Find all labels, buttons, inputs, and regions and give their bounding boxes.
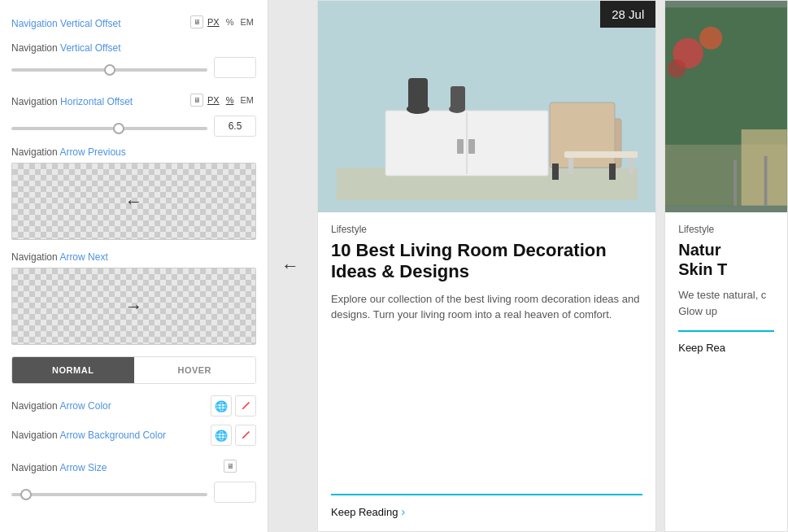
- right-panel: ← 28 Jul: [268, 0, 788, 532]
- slash-icon: ⟋: [239, 399, 252, 413]
- arrow-bg-color-slash-btn[interactable]: ⟋: [235, 425, 256, 446]
- arrow-color-row: Navigation Arrow Color 🌐 ⟋: [11, 395, 256, 416]
- card-1-image: 28 Jul: [318, 1, 655, 212]
- horizontal-offset-value-input[interactable]: [214, 116, 256, 137]
- svg-rect-6: [408, 78, 428, 111]
- svg-rect-3: [457, 139, 464, 154]
- unit-percent[interactable]: %: [224, 16, 237, 28]
- horizontal-offset-units[interactable]: 🖥 PX % EM: [190, 94, 256, 107]
- furniture-svg: [337, 13, 638, 200]
- vertical-offset-units[interactable]: 🖥 PX % EM: [190, 15, 256, 28]
- arrow-previous-label: Navigation Arrow Previous: [11, 146, 256, 158]
- card-2-category: Lifestyle: [678, 224, 774, 235]
- monitor-icon[interactable]: 🖥: [190, 15, 203, 28]
- vertical-offset-slider[interactable]: [11, 68, 207, 72]
- card-2-title: Natur Skin T: [678, 240, 774, 279]
- h-unit-em[interactable]: EM: [238, 94, 257, 106]
- arrow-size-slider-row: [11, 482, 256, 503]
- arrow-size-slider[interactable]: [11, 493, 207, 496]
- normal-hover-tabs[interactable]: NORMAL HOVER: [11, 356, 256, 384]
- card-1-image-bg: 28 Jul: [318, 1, 655, 212]
- globe-icon-2: 🌐: [215, 430, 228, 442]
- arrow-color-label: Navigation Arrow Color: [11, 400, 111, 412]
- svg-rect-22: [734, 160, 737, 206]
- arrow-bg-color-controls[interactable]: 🌐 ⟋: [211, 425, 256, 446]
- arrow-bg-color-globe-btn[interactable]: 🌐: [211, 425, 232, 446]
- tab-hover[interactable]: HOVER: [134, 357, 256, 383]
- vertical-offset-label: Navigation Vertical Offset: [11, 18, 121, 29]
- arrow-size-label: Navigation Arrow Size: [11, 462, 107, 473]
- arrow-bg-color-label: Navigation Arrow Background Color: [11, 430, 166, 441]
- svg-rect-11: [552, 164, 559, 180]
- outdoor-svg: [665, 1, 787, 212]
- monitor-icon-2[interactable]: 🖥: [190, 94, 203, 107]
- card-1: 28 Jul: [317, 0, 656, 532]
- horizontal-offset-label: Navigation Horizontal Offset: [11, 96, 133, 107]
- globe-icon: 🌐: [215, 400, 228, 412]
- unit-em[interactable]: EM: [238, 16, 257, 28]
- vertical-offset-full-label: Navigation Vertical Offset: [11, 42, 256, 54]
- vertical-offset-slider-row: [11, 57, 256, 78]
- h-unit-px[interactable]: PX: [205, 94, 222, 106]
- vertical-offset-header: Navigation Vertical Offset 🖥 PX % EM: [11, 10, 256, 34]
- arrow-color-controls[interactable]: 🌐 ⟋: [211, 395, 256, 416]
- arrow-size-header: Navigation Arrow Size 🖥: [11, 454, 256, 478]
- svg-rect-4: [468, 139, 475, 154]
- card-2-body: Lifestyle Natur Skin T We teste natural,…: [665, 212, 787, 367]
- arrow-bg-color-row: Navigation Arrow Background Color 🌐 ⟋: [11, 425, 256, 446]
- horizontal-offset-slider-row: [11, 116, 256, 137]
- unit-px[interactable]: PX: [205, 16, 222, 28]
- arrow-size-value: [214, 482, 256, 503]
- svg-rect-23: [764, 156, 768, 206]
- cards-container: 28 Jul: [317, 0, 788, 532]
- card-2-image: [665, 1, 787, 212]
- horizontal-offset-slider-container: [11, 119, 207, 133]
- card-2-partial: Lifestyle Natur Skin T We teste natural,…: [664, 0, 788, 532]
- arrow-next-label: Navigation Arrow Next: [11, 251, 256, 263]
- horizontal-offset-slider[interactable]: [11, 127, 207, 130]
- card-1-title: 10 Best Living Room Decoration Ideas & D…: [331, 240, 642, 283]
- svg-rect-8: [451, 86, 465, 111]
- arrow-size-slider-container: [11, 485, 207, 499]
- svg-rect-12: [609, 164, 616, 180]
- card-2-excerpt: We teste natural, c Glow up: [678, 287, 774, 319]
- h-unit-percent[interactable]: %: [224, 94, 237, 106]
- arrow-size-units[interactable]: 🖥: [224, 460, 256, 473]
- size-unit-em[interactable]: [251, 465, 256, 467]
- svg-rect-15: [629, 158, 633, 174]
- arrow-next-preview: →: [11, 268, 256, 345]
- card-1-category: Lifestyle: [331, 224, 642, 235]
- horizontal-offset-header: Navigation Horizontal Offset 🖥 PX % EM: [11, 88, 256, 112]
- svg-rect-14: [568, 158, 573, 174]
- size-unit-percent[interactable]: [245, 465, 250, 467]
- size-unit-px[interactable]: [238, 465, 243, 467]
- svg-rect-13: [564, 151, 638, 158]
- card-2-link[interactable]: Keep Rea: [678, 330, 774, 354]
- vertical-offset-value: [214, 57, 256, 78]
- svg-point-19: [668, 59, 686, 77]
- arrow-previous-preview: ←: [11, 163, 256, 240]
- card-1-body: Lifestyle 10 Best Living Room Decoration…: [318, 212, 655, 531]
- preview-left-arrow[interactable]: ←: [281, 255, 299, 277]
- date-badge: 28 Jul: [600, 1, 655, 28]
- card-1-excerpt: Explore our collection of the best livin…: [331, 291, 642, 482]
- arrow-color-slash-btn[interactable]: ⟋: [235, 395, 256, 416]
- card-link-arrow: ›: [401, 505, 405, 518]
- svg-point-18: [699, 27, 722, 50]
- arrow-color-globe-btn[interactable]: 🌐: [211, 395, 232, 416]
- tab-normal[interactable]: NORMAL: [12, 357, 134, 383]
- card-1-link[interactable]: Keep Reading ›: [331, 494, 642, 518]
- vertical-offset-slider-container: [11, 60, 207, 75]
- slash-icon-2: ⟋: [239, 428, 252, 443]
- left-panel: Navigation Vertical Offset 🖥 PX % EM Nav…: [0, 0, 268, 532]
- monitor-icon-3[interactable]: 🖥: [224, 460, 237, 473]
